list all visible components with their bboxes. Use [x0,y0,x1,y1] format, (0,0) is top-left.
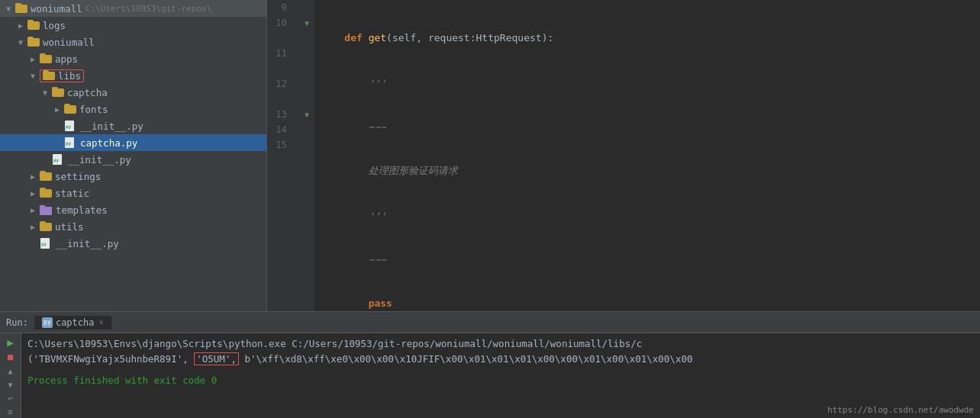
run-tab-captcha[interactable]: py captcha × [34,316,111,330]
code-line-12a: ''' [321,209,980,224]
sidebar-item-init-main[interactable]: ▶ py __init__.py [0,235,266,252]
code-editor: 9 10 11 12 13 14 15 ▼ ▼ [267,0,980,311]
folder-icon [27,21,40,30]
file-py-icon: py [52,154,63,165]
folder-icon [15,4,27,13]
tuple-highlight: 'O5UM', [194,352,239,365]
chevron-down-icon: ▼ [3,5,14,13]
run-content: ▶ ■ ▲ ▼ ↩ ≡ C:\Users\10953\Envs\django\S… [0,333,980,418]
stop-icon: ■ [8,352,13,362]
sidebar-item-woniumall-inner[interactable]: ▼ woniumall [0,34,266,50]
bottom-panel: Run: py captcha × ▶ ■ ▲ ▼ ↩ [0,311,980,418]
sidebar-item-init-libs[interactable]: ▶ py __init__.py [0,151,266,168]
svg-text:py: py [53,157,60,163]
sidebar-label-captcha: captcha [67,87,108,98]
chevron-right-icon: ▶ [15,21,26,30]
sidebar-item-libs[interactable]: ▼ libs [0,67,266,84]
run-stop-button[interactable]: ■ [3,352,18,362]
run-path-line: C:\Users\10953\Envs\django\Scripts\pytho… [27,336,974,352]
run-controls-sidebar: ▶ ■ ▲ ▼ ↩ ≡ [0,333,21,418]
chevron-right-icon: ▶ [27,189,38,198]
play-icon: ▶ [7,336,13,349]
file-tree-sidebar: ▼ woniumall C:\Users\10953\git-repos\ ▶ … [0,0,267,311]
svg-rect-7 [40,205,45,208]
run-scroll-up-button[interactable]: ▲ [3,365,18,376]
sidebar-item-templates[interactable]: ▶ templates [0,201,266,218]
code-line-9: def get(self, request:HttpRequest): [321,31,980,46]
chevron-down-icon: ▼ [40,88,50,97]
line-numbers: 9 10 11 12 13 14 15 [267,0,299,311]
sidebar-label-captcha-py: captcha.py [80,137,137,149]
code-area[interactable]: def get(self, request:HttpRequest): ''' … [314,0,980,311]
sidebar-item-settings[interactable]: ▶ settings [0,168,266,185]
chevron-down-icon: ▼ [15,38,26,47]
sidebar-item-logs[interactable]: ▶ logs [0,17,266,34]
folder-icon [27,37,40,47]
down-arrow-icon: ▼ [8,381,12,389]
svg-text:py: py [66,124,72,130]
chevron-right-icon: ▶ [27,55,38,63]
sidebar-label-woniumall-root: woniumall [31,3,82,14]
sidebar-item-captcha[interactable]: ▼ captcha [0,84,266,101]
up-arrow-icon: ▲ [8,367,12,375]
sidebar-label-static: static [55,188,89,199]
folder-icon [64,104,76,114]
file-py-icon: py [40,238,50,249]
code-line-10b: ~~~ [321,122,980,133]
run-play-button[interactable]: ▶ [3,336,18,349]
sort-icon: ≡ [8,407,13,417]
chevron-right-icon: ▶ [27,172,38,181]
tuple-before: ('TBVMXFNwgiYajx5uhnbeR89I', [27,353,194,365]
run-tab-bar: Run: py captcha × [0,312,980,333]
folder-icon [40,54,52,63]
editor-content: 9 10 11 12 13 14 15 ▼ ▼ [267,0,980,311]
run-tuple-line: ('TBVMXFNwgiYajx5uhnbeR89I', 'O5UM', b'\… [27,352,974,367]
folder-icon [52,88,64,97]
sidebar-item-fonts[interactable]: ▶ fonts [0,101,266,117]
code-line-11: 处理图形验证码请求 [321,163,980,178]
sidebar-label-init-libs: __init__.py [68,154,131,166]
sidebar-item-captcha-py[interactable]: ▶ py captcha.py [0,134,266,151]
folder-icon [40,188,52,198]
editor-gutter: ▼ ▼ [299,0,314,311]
folder-icon [43,71,55,80]
sidebar-item-apps[interactable]: ▶ apps [0,50,266,67]
sidebar-item-init-captcha[interactable]: ▶ py __init__.py [0,117,266,134]
file-py-selected-icon: py [64,137,75,148]
code-line-13: pass [321,296,980,311]
sidebar-label-apps: apps [55,53,78,65]
folder-purple-icon [40,205,52,215]
svg-text:py: py [66,140,72,146]
run-label: Run: [6,317,28,328]
sidebar-label-libs: libs [58,70,81,82]
code-line-10: ''' [321,76,980,92]
run-tab-close-button[interactable]: × [98,318,103,326]
file-py-icon: py [64,121,75,131]
chevron-right-icon: ▶ [52,105,63,114]
wrap-icon: ↩ [8,394,13,404]
sidebar-label-fonts: fonts [79,104,108,115]
sidebar-label-settings: settings [55,171,101,182]
run-tab-name-label: captcha [56,317,95,328]
folder-icon [40,222,52,231]
run-output-wrapper: C:\Users\10953\Envs\django\Scripts\pytho… [21,333,980,418]
csdn-link[interactable]: https://blog.csdn.net/awodwde [827,405,974,415]
run-success-line: Process finished with exit code 0 [27,373,974,388]
code-line-12b: ~~~ [321,255,980,265]
chevron-down-icon: ▼ [27,72,38,80]
run-sort-button[interactable]: ≡ [3,407,18,418]
sidebar-item-woniumall-root[interactable]: ▼ woniumall C:\Users\10953\git-repos\ [0,0,266,17]
sidebar-label-templates: templates [56,204,108,216]
chevron-right-icon: ▶ [27,223,38,231]
run-wrap-button[interactable]: ↩ [3,394,18,404]
sidebar-label-init-captcha: __init__.py [80,121,143,132]
run-scroll-down-button[interactable]: ▼ [3,379,18,390]
svg-text:py: py [41,241,47,247]
chevron-right-icon: ▶ [27,206,38,214]
sidebar-label-woniumall-inner: woniumall [43,37,95,48]
run-tab-py-icon: py [42,317,53,328]
sidebar-path: C:\Users\10953\git-repos\ [85,4,212,14]
sidebar-label-utils: utils [55,221,84,233]
sidebar-item-static[interactable]: ▶ static [0,185,266,201]
sidebar-item-utils[interactable]: ▶ utils [0,218,266,235]
